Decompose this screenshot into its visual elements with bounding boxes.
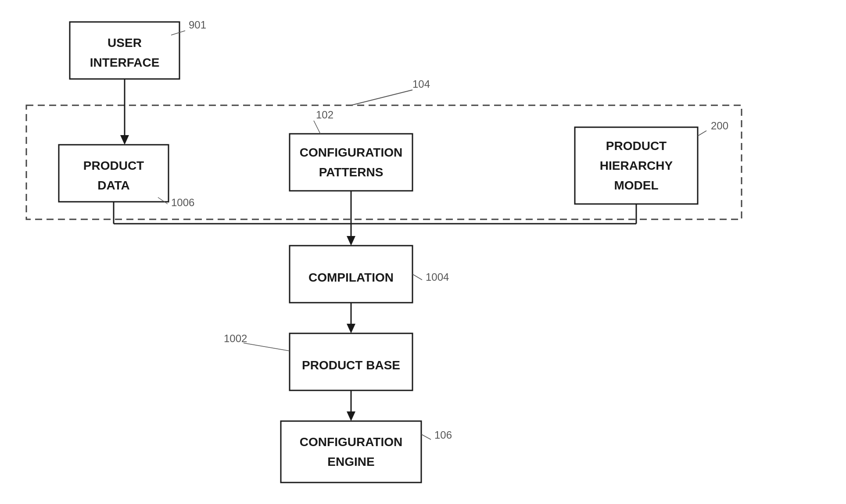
label-product-hierarchy: PRODUCT xyxy=(606,139,667,153)
svg-marker-15 xyxy=(347,324,355,333)
label-product-data-2: DATA xyxy=(97,179,130,192)
label-config-engine: CONFIGURATION xyxy=(300,435,402,449)
ref-106: 106 xyxy=(434,429,452,441)
box-user-interface xyxy=(70,22,179,79)
label-user-interface-2: INTERFACE xyxy=(90,56,160,69)
svg-line-16 xyxy=(244,343,290,351)
label-product-hierarchy-3: MODEL xyxy=(614,179,658,192)
ref-1002: 1002 xyxy=(224,332,247,344)
svg-line-19 xyxy=(421,434,431,440)
svg-line-5 xyxy=(314,121,320,134)
ref-104: 104 xyxy=(412,78,430,90)
ref-102: 102 xyxy=(316,109,333,121)
label-product-data: PRODUCT xyxy=(83,159,144,172)
ref-901: 901 xyxy=(189,19,206,31)
label-product-hierarchy-2: HIERARCHY xyxy=(600,159,673,172)
label-product-base: PRODUCT BASE xyxy=(302,358,400,372)
svg-line-13 xyxy=(412,274,422,280)
svg-line-6 xyxy=(698,131,706,136)
label-config-patterns-2: PATTERNS xyxy=(319,165,384,179)
svg-marker-18 xyxy=(347,411,355,421)
label-user-interface: USER xyxy=(108,36,142,50)
svg-marker-3 xyxy=(120,135,129,145)
svg-marker-12 xyxy=(347,236,355,246)
ref-1006: 1006 xyxy=(171,197,194,208)
box-product-data xyxy=(59,145,168,202)
ref-1004: 1004 xyxy=(426,271,449,283)
ref-200: 200 xyxy=(711,120,728,132)
box-config-engine xyxy=(281,421,421,483)
svg-line-0 xyxy=(351,90,412,105)
label-config-patterns: CONFIGURATION xyxy=(300,146,402,159)
label-compilation: COMPILATION xyxy=(308,271,394,284)
label-config-engine-2: ENGINE xyxy=(327,455,374,468)
diagram-container: 104 USER INTERFACE 901 PRODUCT DATA 1006… xyxy=(0,0,846,504)
box-config-patterns xyxy=(290,134,412,191)
